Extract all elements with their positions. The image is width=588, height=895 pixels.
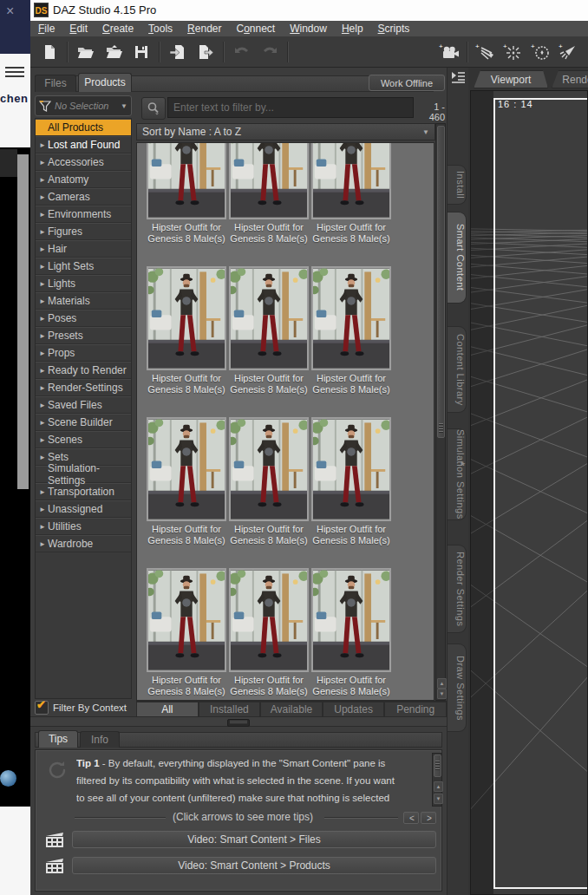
category-item[interactable]: ►Environments <box>36 206 131 223</box>
product-tile[interactable]: Hipster Outfit forGenesis 8 Male(s) <box>229 266 309 417</box>
background-window-scrollbar[interactable] <box>17 154 29 489</box>
status-tab[interactable]: Available <box>260 702 323 717</box>
category-item[interactable]: ►Simulation-Settings <box>36 466 131 483</box>
menu-item[interactable]: Window <box>290 23 327 35</box>
save-button[interactable] <box>128 40 154 64</box>
new-camera-button[interactable]: + <box>436 40 462 64</box>
new-distant-light-button[interactable]: + <box>473 40 499 64</box>
product-tile[interactable]: Hipster Outfit forGenesis 8 Male(s) <box>311 142 391 266</box>
category-item[interactable]: ►Lights <box>36 275 131 292</box>
close-icon[interactable]: × <box>6 3 14 19</box>
category-item[interactable]: ►Ready to Render <box>36 362 131 379</box>
new-spotlight-button[interactable]: + <box>556 40 582 64</box>
status-tab[interactable]: Pending <box>384 702 447 717</box>
video-smart-content-products-button[interactable]: Video: Smart Content > Products <box>72 857 436 874</box>
status-tab[interactable]: Installed <box>199 702 261 717</box>
product-thumbnail[interactable] <box>311 417 391 521</box>
context-filter-dropdown[interactable]: No Selection ▼ <box>35 95 132 116</box>
new-environment-button[interactable]: + <box>528 40 554 64</box>
product-tile[interactable]: Hipster Outfit forGenesis 8 Male(s) <box>229 417 309 568</box>
scroll-up-arrow[interactable]: ▲ <box>437 678 447 689</box>
tip-scroll-up-arrow[interactable]: ▲ <box>434 781 443 792</box>
menu-item[interactable]: Scripts <box>378 23 410 35</box>
category-item[interactable]: ►Accessories <box>36 154 131 171</box>
category-item[interactable]: ►Utilities <box>36 518 131 535</box>
tab-products[interactable]: Products <box>78 73 132 92</box>
open-recent-folder-button[interactable] <box>101 40 127 64</box>
product-tile[interactable]: Hipster Outfit forGenesis 8 Male(s) <box>147 266 226 417</box>
filter-by-context-checkbox[interactable]: ✔ <box>35 701 49 715</box>
video-smart-content-files-button[interactable]: Video: Smart Content > Files <box>72 831 436 848</box>
product-tile[interactable]: Hipster Outfit forGenesis 8 Male(s) <box>147 417 226 568</box>
category-item[interactable]: ►Light Sets <box>36 258 131 275</box>
product-tile[interactable]: Hipster Outfit forGenesis 8 Male(s) <box>147 568 226 701</box>
category-item[interactable]: ►Saved Files <box>36 396 131 414</box>
category-item[interactable]: ►Poses <box>36 310 131 327</box>
menu-item[interactable]: Edit <box>69 23 88 35</box>
product-tile[interactable]: Hipster Outfit forGenesis 8 Male(s) <box>229 142 309 266</box>
tab-info[interactable]: Info <box>80 731 120 748</box>
redo-button[interactable] <box>257 40 283 64</box>
pane-options-icon[interactable] <box>450 70 467 84</box>
tab-viewport[interactable]: Viewport <box>474 70 548 88</box>
work-offline-button[interactable]: Work Offline <box>369 75 445 91</box>
product-tile[interactable]: Hipster Outfit forGenesis 8 Male(s) <box>311 568 391 701</box>
product-thumbnail[interactable] <box>229 568 309 672</box>
grid-scrollbar-thumb[interactable] <box>437 126 445 438</box>
pane-splitter[interactable] <box>30 716 447 727</box>
tip-scroll-down-arrow[interactable]: ▼ <box>434 794 443 804</box>
menu-item[interactable]: Connect <box>236 23 275 35</box>
export-button[interactable] <box>193 40 219 64</box>
category-item[interactable]: ►All Products <box>36 119 131 136</box>
hamburger-menu-icon[interactable] <box>5 64 24 80</box>
viewport-canvas[interactable]: 16 : 14 <box>470 90 588 895</box>
product-thumbnail[interactable] <box>311 142 391 219</box>
product-tile[interactable]: Hipster Outfit forGenesis 8 Male(s) <box>311 417 391 568</box>
product-tile[interactable]: Hipster Outfit forGenesis 8 Male(s) <box>147 142 226 266</box>
new-file-button[interactable] <box>36 40 62 64</box>
product-thumbnail[interactable] <box>311 266 391 370</box>
search-button[interactable] <box>141 97 166 120</box>
category-item[interactable]: ►Scenes <box>36 431 131 448</box>
product-thumbnail[interactable] <box>229 417 309 521</box>
category-item[interactable]: ►Render-Settings <box>36 379 131 396</box>
menu-item[interactable]: Help <box>342 23 363 35</box>
menu-item[interactable]: File <box>38 23 55 35</box>
menu-item[interactable]: Tools <box>148 23 173 35</box>
status-tab[interactable]: Updates <box>323 702 385 717</box>
product-tile[interactable]: Hipster Outfit forGenesis 8 Male(s) <box>229 568 309 701</box>
category-item[interactable]: ►Wardrobe <box>36 535 131 552</box>
new-point-light-button[interactable]: + <box>500 40 526 64</box>
category-item[interactable]: ►Figures <box>36 223 131 240</box>
product-thumbnail[interactable] <box>229 142 309 219</box>
splitter-grip[interactable] <box>227 719 250 727</box>
next-tip-button[interactable]: > <box>421 812 436 824</box>
tab-tips[interactable]: Tips <box>38 730 78 748</box>
category-item[interactable]: ►Props <box>36 344 131 362</box>
category-item[interactable]: ►Lost and Found <box>36 136 131 154</box>
tab-files[interactable]: Files <box>35 75 76 92</box>
category-item[interactable]: ►Cameras <box>36 188 131 206</box>
product-thumbnail[interactable] <box>147 142 226 219</box>
undo-button[interactable] <box>229 40 255 64</box>
product-thumbnail[interactable] <box>311 568 391 672</box>
category-item[interactable]: ►Unassigned <box>36 500 131 518</box>
menu-item[interactable]: Render <box>187 23 221 35</box>
product-tile[interactable]: Hipster Outfit forGenesis 8 Male(s) <box>311 266 391 417</box>
menu-item[interactable]: Create <box>102 23 134 35</box>
scroll-down-arrow[interactable]: ▼ <box>437 689 447 699</box>
product-thumbnail[interactable] <box>147 266 226 370</box>
sort-dropdown[interactable]: Sort by Name : A to Z ▼ <box>136 123 435 140</box>
category-item[interactable]: ►Scene Builder <box>36 414 131 431</box>
category-item[interactable]: ►Materials <box>36 292 131 310</box>
status-tab[interactable]: All <box>136 702 199 717</box>
grid-scrollbar[interactable]: ▲ ▼ <box>435 123 446 701</box>
category-item[interactable]: ►Hair <box>36 240 131 258</box>
import-button[interactable] <box>165 40 191 64</box>
product-thumbnail[interactable] <box>147 568 226 672</box>
category-item[interactable]: ►Presets <box>36 327 131 344</box>
previous-tip-button[interactable]: < <box>403 812 419 824</box>
tip-scrollbar[interactable]: ▲ ▼ <box>432 753 442 807</box>
category-item[interactable]: ►Anatomy <box>36 171 131 188</box>
tip-scrollbar-thumb[interactable] <box>434 755 441 777</box>
